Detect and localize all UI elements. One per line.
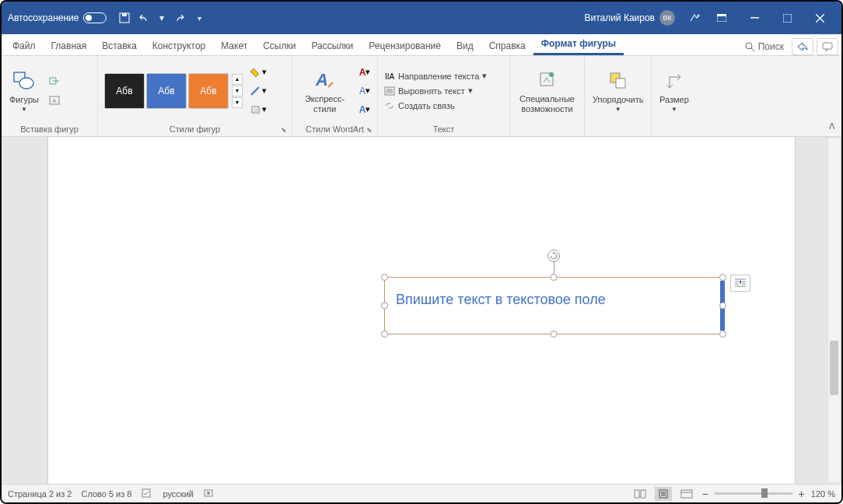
textbox-text[interactable]: Впишите текст в текстовое поле	[385, 278, 722, 322]
gallery-down-icon[interactable]: ▾	[232, 86, 243, 96]
svg-point-2	[698, 15, 700, 17]
save-icon[interactable]	[117, 11, 131, 25]
user-info[interactable]: Виталий Каиров ВК	[584, 10, 675, 26]
tab-insert[interactable]: Вставка	[94, 37, 145, 55]
resize-handle[interactable]	[551, 331, 558, 338]
close-button[interactable]	[804, 6, 835, 30]
resize-handle[interactable]	[719, 274, 726, 281]
accessibility-button[interactable]: Специальные возможности	[513, 66, 581, 114]
shape-fill-icon[interactable]: ▾	[249, 64, 268, 81]
minimize-button[interactable]	[739, 6, 770, 30]
svg-point-19	[549, 72, 554, 77]
tab-mailings[interactable]: Рассылки	[303, 37, 361, 55]
page-indicator[interactable]: Страница 2 из 2	[8, 489, 72, 499]
text-effects-icon[interactable]: A▾	[355, 101, 374, 118]
accessibility-icon	[535, 68, 560, 93]
text-box-shape[interactable]: Впишите текст в текстовое поле	[384, 277, 723, 334]
zoom-in-icon[interactable]: +	[799, 488, 805, 500]
zoom-slider[interactable]	[715, 492, 792, 495]
tab-home[interactable]: Главная	[44, 37, 95, 55]
word-count[interactable]: Слово 5 из 8	[81, 489, 131, 499]
maximize-button[interactable]	[771, 6, 803, 30]
gallery-up-icon[interactable]: ▴	[232, 74, 243, 85]
zoom-level[interactable]: 120 %	[811, 489, 835, 499]
slider-knob[interactable]	[761, 488, 768, 498]
launcher-icon[interactable]: ⬊	[281, 126, 287, 134]
scrollbar-thumb[interactable]	[830, 341, 838, 395]
shape-style-gallery[interactable]: Абв Абв Абв ▴ ▾ ▾	[104, 73, 243, 109]
tab-layout[interactable]: Макет	[213, 37, 255, 55]
launcher-icon[interactable]: ⬊	[366, 126, 373, 134]
gallery-more-icon[interactable]: ▾	[232, 97, 243, 108]
shapes-icon	[12, 68, 37, 93]
align-text-button[interactable]: Выровнять текст▾	[381, 85, 476, 97]
toggle-switch[interactable]	[83, 12, 107, 23]
search-box[interactable]: Поиск	[740, 40, 789, 54]
create-link-button[interactable]: Создать связь	[381, 100, 458, 112]
collapse-ribbon-icon[interactable]: ᐱ	[829, 121, 835, 131]
layout-options-icon[interactable]	[730, 275, 750, 292]
resize-handle[interactable]	[551, 274, 558, 281]
svg-rect-22	[142, 489, 150, 497]
size-button[interactable]: Размер ▼	[655, 67, 694, 114]
print-layout-icon[interactable]	[655, 487, 672, 501]
arrange-button[interactable]: Упорядочить ▼	[588, 67, 648, 114]
autosave-label: Автосохранение	[8, 12, 79, 23]
tab-references[interactable]: Ссылки	[255, 37, 303, 55]
express-styles-button[interactable]: A Экспресс-стили	[296, 66, 354, 114]
tab-design[interactable]: Конструктор	[145, 37, 213, 55]
tab-file[interactable]: Файл	[5, 37, 44, 55]
edit-shape-icon[interactable]	[45, 73, 64, 90]
vertical-scrollbar[interactable]	[827, 138, 840, 482]
resize-handle[interactable]	[719, 331, 726, 338]
svg-rect-21	[616, 79, 625, 88]
undo-icon[interactable]	[138, 11, 152, 25]
svg-rect-1	[122, 13, 127, 16]
group-text: Текст	[381, 123, 506, 136]
svg-text:A: A	[52, 97, 57, 104]
ribbon-display-icon[interactable]	[706, 6, 737, 30]
style-swatch-1[interactable]: Абв	[104, 73, 145, 109]
shape-effects-icon[interactable]: ▾	[249, 101, 268, 118]
resize-handle[interactable]	[381, 274, 388, 281]
tab-help[interactable]: Справка	[481, 37, 533, 55]
spell-check-icon[interactable]	[142, 488, 154, 500]
svg-point-7	[746, 43, 752, 49]
text-direction-button[interactable]: IIAНаправление текста▾	[381, 70, 490, 82]
coming-soon-icon[interactable]	[687, 11, 701, 25]
style-swatch-2[interactable]: Абв	[146, 73, 187, 109]
text-fill-icon[interactable]: A▾	[355, 64, 374, 81]
tab-shape-format[interactable]: Формат фигуры	[533, 35, 624, 55]
share-button[interactable]	[792, 38, 813, 55]
page[interactable]: Впишите текст в текстовое поле	[48, 137, 795, 484]
group-accessibility	[513, 123, 581, 136]
macro-icon[interactable]	[203, 488, 214, 500]
tab-view[interactable]: Вид	[449, 37, 481, 55]
resize-handle[interactable]	[381, 303, 388, 310]
express-styles-label: Экспресс-стили	[300, 94, 349, 113]
tab-review[interactable]: Рецензирование	[361, 37, 449, 55]
resize-handle[interactable]	[719, 303, 726, 310]
text-box-icon[interactable]: A	[45, 92, 64, 109]
undo-dropdown-icon[interactable]: ▾	[158, 11, 166, 25]
read-mode-icon[interactable]	[631, 487, 649, 501]
comments-button[interactable]	[817, 38, 838, 55]
redo-icon[interactable]	[172, 11, 186, 25]
shapes-button[interactable]: Фигуры ▼	[5, 67, 44, 114]
resize-handle[interactable]	[381, 331, 388, 338]
web-layout-icon[interactable]	[678, 487, 695, 501]
zoom-out-icon[interactable]: −	[701, 488, 708, 500]
qat-customize-icon[interactable]: ▾	[192, 11, 206, 25]
svg-rect-6	[783, 14, 792, 23]
language-indicator[interactable]: русский	[163, 489, 194, 499]
style-swatch-3[interactable]: Абв	[188, 73, 229, 109]
svg-rect-26	[641, 490, 645, 498]
group-insert-shapes: Вставка фигур	[5, 123, 94, 136]
svg-rect-28	[681, 490, 692, 498]
autosave-toggle[interactable]: Автосохранение	[8, 12, 107, 23]
arrange-icon	[606, 68, 631, 93]
shape-outline-icon[interactable]: ▾	[249, 82, 268, 100]
text-outline-icon[interactable]: A▾	[355, 82, 374, 100]
document-area: Впишите текст в текстовое поле	[2, 137, 841, 484]
size-label: Размер	[659, 95, 689, 104]
